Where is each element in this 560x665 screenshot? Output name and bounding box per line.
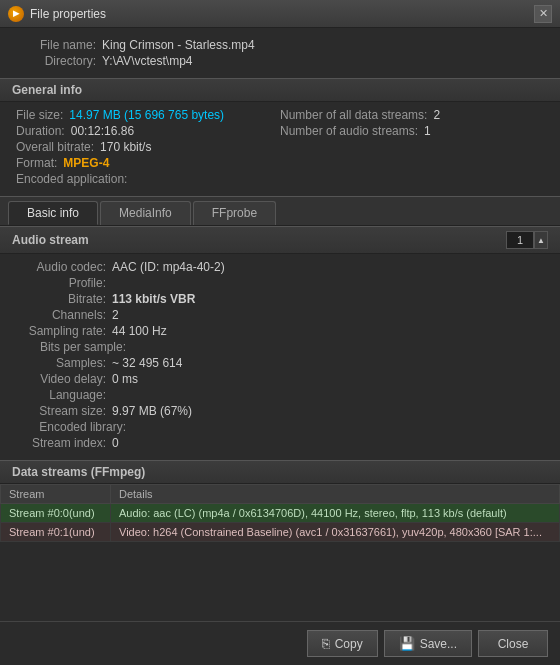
- file-name-value: King Crimson - Starless.mp4: [102, 38, 255, 52]
- stream-value: AAC (ID: mp4a-40-2): [112, 260, 225, 274]
- stream-label: Sampling rate:: [16, 324, 106, 338]
- file-name-label: File name:: [16, 38, 96, 52]
- stream-info-row: Stream index:0: [16, 436, 544, 450]
- stream-info-row: Audio codec:AAC (ID: mp4a-40-2): [16, 260, 544, 274]
- directory-row: Directory: Y:\AV\vctest\mp4: [16, 54, 544, 68]
- stream-info-row: Language:: [16, 388, 544, 402]
- file-name-row: File name: King Crimson - Starless.mp4: [16, 38, 544, 52]
- footer: ⎘ Copy 💾 Save... Close: [0, 621, 560, 665]
- file-info-section: File name: King Crimson - Starless.mp4 D…: [0, 28, 560, 78]
- stream-value: 2: [112, 308, 119, 322]
- stream-label: Bits per sample:: [16, 340, 126, 354]
- info-value: MPEG-4: [63, 156, 109, 170]
- general-info-right-row: Number of all data streams:2: [280, 108, 544, 122]
- stream-info-row: Channels:2: [16, 308, 544, 322]
- info-right-value: 1: [424, 124, 431, 138]
- stream-label: Encoded library:: [16, 420, 126, 434]
- data-streams-table: Stream Details Stream #0:0(und)Audio: aa…: [0, 484, 560, 542]
- stream-info-row: Samples:~ 32 495 614: [16, 356, 544, 370]
- stream-label: Stream size:: [16, 404, 106, 418]
- stream-info-row: Stream size:9.97 MB (67%): [16, 404, 544, 418]
- stream-info-row: Bits per sample:: [16, 340, 544, 354]
- close-label: Close: [498, 637, 529, 651]
- info-right-label: Number of audio streams:: [280, 124, 418, 138]
- app-icon: ▶: [8, 6, 24, 22]
- title-bar-text: File properties: [30, 7, 534, 21]
- audio-stream-content: Audio codec:AAC (ID: mp4a-40-2)Profile:B…: [0, 254, 560, 460]
- title-bar: ▶ File properties ✕: [0, 0, 560, 28]
- audio-stream-title: Audio stream: [12, 233, 89, 247]
- spinner-up-button[interactable]: ▲: [534, 231, 548, 249]
- stream-info-row: Bitrate:113 kbit/s VBR: [16, 292, 544, 306]
- col-details: Details: [111, 485, 560, 504]
- stream-value: 0 ms: [112, 372, 138, 386]
- general-info-row: Encoded application:: [16, 172, 280, 186]
- info-value: 14.97 MB (15 696 765 bytes): [69, 108, 224, 122]
- table-header-row: Stream Details: [1, 485, 560, 504]
- general-info-right: Number of all data streams:2Number of au…: [280, 108, 544, 188]
- directory-label: Directory:: [16, 54, 96, 68]
- stream-label: Stream index:: [16, 436, 106, 450]
- info-right-label: Number of all data streams:: [280, 108, 427, 122]
- copy-label: Copy: [335, 637, 363, 651]
- general-info-left: File size:14.97 MB (15 696 765 bytes)Dur…: [16, 108, 280, 188]
- stream-info-row: Profile:: [16, 276, 544, 290]
- general-info-row: Format:MPEG-4: [16, 156, 280, 170]
- stream-label: Channels:: [16, 308, 106, 322]
- close-button[interactable]: Close: [478, 630, 548, 657]
- info-label: File size:: [16, 108, 63, 122]
- details-cell: Audio: aac (LC) (mp4a / 0x6134706D), 441…: [111, 504, 560, 523]
- general-info-row: File size:14.97 MB (15 696 765 bytes): [16, 108, 280, 122]
- stream-info-row: Video delay:0 ms: [16, 372, 544, 386]
- stream-value: 0: [112, 436, 119, 450]
- stream-spinner[interactable]: ▲: [506, 231, 548, 249]
- general-info-header: General info: [0, 78, 560, 102]
- save-button[interactable]: 💾 Save...: [384, 630, 472, 657]
- data-streams-table-wrapper: Stream Details Stream #0:0(und)Audio: aa…: [0, 484, 560, 542]
- data-streams-header: Data streams (FFmpeg): [0, 460, 560, 484]
- general-info-row: Duration:00:12:16.86: [16, 124, 280, 138]
- table-row[interactable]: Stream #0:0(und)Audio: aac (LC) (mp4a / …: [1, 504, 560, 523]
- stream-info-row: Sampling rate:44 100 Hz: [16, 324, 544, 338]
- stream-label: Samples:: [16, 356, 106, 370]
- info-right-value: 2: [433, 108, 440, 122]
- stream-spinner-input[interactable]: [506, 231, 534, 249]
- stream-label: Language:: [16, 388, 106, 402]
- stream-label: Profile:: [16, 276, 106, 290]
- stream-cell: Stream #0:1(und): [1, 523, 111, 542]
- stream-label: Video delay:: [16, 372, 106, 386]
- stream-cell: Stream #0:0(und): [1, 504, 111, 523]
- tab-ffprobe[interactable]: FFprobe: [193, 201, 276, 225]
- info-label: Duration:: [16, 124, 65, 138]
- copy-button[interactable]: ⎘ Copy: [307, 630, 378, 657]
- col-stream: Stream: [1, 485, 111, 504]
- save-icon: 💾: [399, 636, 415, 651]
- save-label: Save...: [420, 637, 457, 651]
- details-cell: Video: h264 (Constrained Baseline) (avc1…: [111, 523, 560, 542]
- tab-mediainfo[interactable]: MediaInfo: [100, 201, 191, 225]
- stream-label: Audio codec:: [16, 260, 106, 274]
- info-label: Format:: [16, 156, 57, 170]
- general-info-right-row: Number of audio streams:1: [280, 124, 544, 138]
- table-row[interactable]: Stream #0:1(und)Video: h264 (Constrained…: [1, 523, 560, 542]
- stream-value: 113 kbit/s VBR: [112, 292, 195, 306]
- stream-label: Bitrate:: [16, 292, 106, 306]
- stream-value: 9.97 MB (67%): [112, 404, 192, 418]
- stream-value: ~ 32 495 614: [112, 356, 182, 370]
- copy-icon: ⎘: [322, 636, 330, 651]
- stream-value: 44 100 Hz: [112, 324, 167, 338]
- directory-value: Y:\AV\vctest\mp4: [102, 54, 192, 68]
- close-window-button[interactable]: ✕: [534, 5, 552, 23]
- info-label: Encoded application:: [16, 172, 127, 186]
- general-info-row: Overall bitrate:170 kbit/s: [16, 140, 280, 154]
- info-label: Overall bitrate:: [16, 140, 94, 154]
- tab-basic-info[interactable]: Basic info: [8, 201, 98, 225]
- tabs-bar: Basic infoMediaInfoFFprobe: [0, 196, 560, 226]
- info-value: 170 kbit/s: [100, 140, 151, 154]
- info-value: 00:12:16.86: [71, 124, 134, 138]
- general-info-content: File size:14.97 MB (15 696 765 bytes)Dur…: [0, 102, 560, 196]
- audio-stream-header: Audio stream ▲: [0, 226, 560, 254]
- stream-info-row: Encoded library:: [16, 420, 544, 434]
